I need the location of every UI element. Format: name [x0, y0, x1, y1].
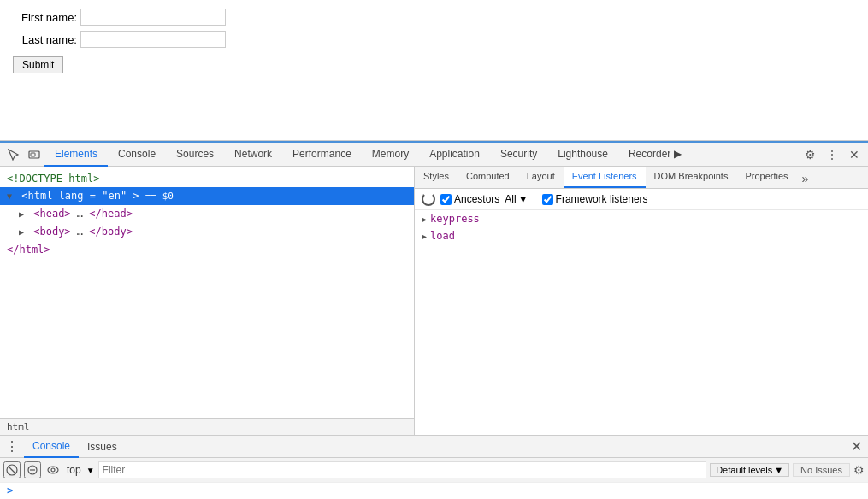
page-content: First name: Last name: Submit — [0, 0, 868, 141]
submit-button[interactable]: Submit — [13, 56, 63, 73]
first-name-label: First name: — [13, 11, 77, 24]
devtools-panel: Elements Console Sources Network Perform… — [0, 140, 868, 141]
last-name-label: Last name: — [13, 33, 77, 46]
first-name-input[interactable] — [80, 9, 226, 26]
last-name-row: Last name: — [13, 31, 855, 48]
submit-row: Submit — [13, 53, 855, 73]
first-name-row: First name: — [13, 9, 855, 26]
last-name-input[interactable] — [80, 31, 226, 48]
